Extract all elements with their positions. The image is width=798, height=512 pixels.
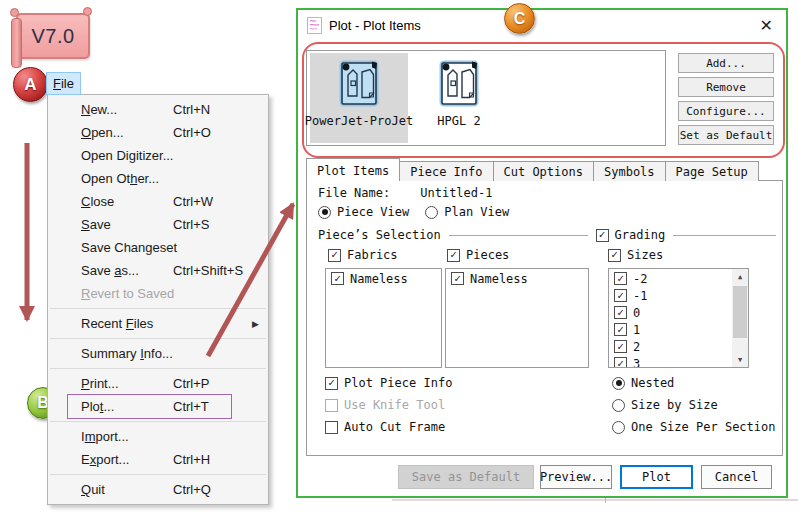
radio-circle-icon[interactable]: [612, 377, 625, 390]
item-checkbox[interactable]: ✓: [614, 272, 627, 285]
size-item[interactable]: ✓2: [609, 337, 748, 354]
size-item[interactable]: ✓0: [609, 303, 748, 320]
item-checkbox[interactable]: ✓: [614, 357, 627, 368]
fabric-item[interactable]: ✓Nameless: [326, 269, 441, 286]
file-name-value: Untitled-1: [420, 186, 492, 200]
menu-item-save-as[interactable]: Save as...Ctrl+Shift+S: [48, 259, 268, 282]
item-label: -2: [633, 272, 647, 286]
file-menu-button[interactable]: File: [46, 72, 81, 95]
menu-item-open-other[interactable]: Open Other...: [48, 167, 268, 190]
radio-circle-icon[interactable]: [318, 206, 331, 219]
scrollbar-thumb[interactable]: [733, 286, 747, 338]
option-checkbox[interactable]: ✓: [325, 377, 338, 390]
button-preview[interactable]: Preview...: [540, 465, 612, 489]
printer-list[interactable]: PowerJet-ProJetHPGL 2: [306, 50, 666, 146]
grading-checkbox[interactable]: ✓: [596, 229, 609, 242]
radio-piece-view[interactable]: Piece View: [318, 205, 409, 219]
tab-symbols[interactable]: Symbols: [593, 161, 666, 181]
fabrics-checkbox[interactable]: ✓: [328, 249, 341, 262]
menu-item-save-changeset[interactable]: Save Changeset: [48, 236, 268, 259]
menu-item-export[interactable]: Export...Ctrl+H: [48, 448, 268, 471]
menu-item-new[interactable]: New...Ctrl+N: [48, 98, 268, 121]
item-checkbox[interactable]: ✓: [451, 272, 464, 285]
background-window-edge: [392, 499, 798, 501]
size-item[interactable]: ✓-1: [609, 286, 748, 303]
plotter-icon-wrap: [436, 59, 482, 112]
option-label: Auto Cut Frame: [344, 420, 445, 434]
menu-item-quit[interactable]: QuitCtrl+Q: [48, 478, 268, 501]
option-label: Use Knife Tool: [344, 398, 445, 412]
item-checkbox[interactable]: ✓: [331, 272, 344, 285]
radio-plan-view[interactable]: Plan View: [425, 205, 509, 219]
pieces-checkbox[interactable]: ✓: [447, 249, 460, 262]
option-plot-piece-info[interactable]: ✓Plot Piece Info: [325, 376, 452, 390]
check-mark-icon: ✓: [617, 290, 624, 301]
tab-page-setup[interactable]: Page Setup: [665, 161, 759, 181]
check-mark-icon: ✓: [617, 307, 624, 318]
fabrics-list[interactable]: ✓Nameless: [325, 268, 442, 368]
size-item[interactable]: ✓-2: [609, 269, 748, 286]
menu-item-open-digitizer[interactable]: Open Digitizer...: [48, 144, 268, 167]
button-add[interactable]: Add...: [678, 53, 774, 73]
button-remove[interactable]: Remove: [678, 77, 774, 97]
menu-item-shortcut: Ctrl+S: [173, 217, 243, 232]
button-plot[interactable]: Plot: [620, 465, 693, 489]
item-checkbox[interactable]: ✓: [614, 340, 627, 353]
dialog-tabbar: Plot ItemsPiece InfoCut OptionsSymbolsPa…: [306, 158, 758, 181]
button-configure[interactable]: Configure...: [678, 101, 774, 121]
option-checkbox[interactable]: [325, 421, 338, 434]
menu-item-recent-files[interactable]: Recent Files▶: [48, 312, 268, 335]
printer-tile-powerjet-projet[interactable]: PowerJet-ProJet: [310, 53, 408, 143]
banner-knob: [10, 8, 19, 17]
scroll-up-icon[interactable]: ▲: [732, 269, 748, 284]
item-checkbox[interactable]: ✓: [614, 306, 627, 319]
menu-item-print[interactable]: Print...Ctrl+P: [48, 372, 268, 395]
menu-item-label: New...: [81, 102, 117, 117]
scroll-down-icon[interactable]: ▼: [732, 352, 748, 367]
plotter-icon: [336, 59, 382, 109]
tab-cut-options[interactable]: Cut Options: [493, 161, 594, 181]
radio-nested[interactable]: Nested: [612, 376, 674, 390]
sizes-checkbox[interactable]: ✓: [608, 249, 621, 262]
tab-piece-info[interactable]: Piece Info: [399, 161, 493, 181]
radio-circle-icon[interactable]: [612, 421, 625, 434]
radio-label: Piece View: [337, 205, 409, 219]
pieces-checkbox-row: ✓ Pieces: [447, 248, 509, 262]
radio-size-by-size[interactable]: Size by Size: [612, 398, 718, 412]
item-label: Nameless: [350, 272, 408, 286]
item-checkbox[interactable]: ✓: [614, 289, 627, 302]
radio-label: Plan View: [444, 205, 509, 219]
radio-one-size-per-section[interactable]: One Size Per Section: [612, 420, 776, 434]
close-icon[interactable]: ✕: [756, 16, 777, 36]
button-save-as-default: Save as Default: [398, 465, 534, 489]
radio-circle-icon[interactable]: [612, 399, 625, 412]
menu-item-summary-info[interactable]: Summary Info...: [48, 342, 268, 365]
menu-item-close[interactable]: CloseCtrl+W: [48, 190, 268, 213]
fabrics-label: Fabrics: [347, 248, 398, 262]
item-label: 2: [633, 340, 640, 354]
menu-item-import[interactable]: Import...: [48, 425, 268, 448]
printer-tile-hpgl-2[interactable]: HPGL 2: [410, 53, 508, 143]
check-mark-icon: ✓: [617, 358, 624, 369]
button-cancel[interactable]: Cancel: [701, 465, 772, 489]
tab-plot-items[interactable]: Plot Items: [306, 158, 400, 181]
menu-item-save[interactable]: SaveCtrl+S: [48, 213, 268, 236]
button-set-as-default[interactable]: Set as Default: [678, 125, 774, 145]
size-item[interactable]: ✓1: [609, 320, 748, 337]
menu-item-shortcut: Ctrl+P: [173, 376, 243, 391]
menu-item-shortcut: Ctrl+W: [173, 194, 243, 209]
menu-item-open[interactable]: Open...Ctrl+O: [48, 121, 268, 144]
menu-item-plot[interactable]: Plot...Ctrl+T: [48, 395, 268, 418]
piece-item[interactable]: ✓Nameless: [446, 269, 588, 286]
pieces-label: Pieces: [466, 248, 509, 262]
size-item[interactable]: ✓3: [609, 354, 748, 368]
dialog-icon: [307, 17, 322, 34]
sizes-list[interactable]: ▲ ▼ ✓-2✓-1✓0✓1✓2✓3: [608, 268, 749, 368]
item-checkbox[interactable]: ✓: [614, 323, 627, 336]
pieces-list[interactable]: ✓Nameless: [445, 268, 589, 368]
radio-circle-icon[interactable]: [425, 206, 438, 219]
menu-item-label: Save as...: [81, 263, 139, 278]
option-auto-cut-frame[interactable]: Auto Cut Frame: [325, 420, 445, 434]
plot-dialog: Plot - Plot Items ✕ PowerJet-ProJetHPGL …: [296, 8, 788, 498]
sizes-scrollbar[interactable]: ▲ ▼: [732, 269, 748, 367]
